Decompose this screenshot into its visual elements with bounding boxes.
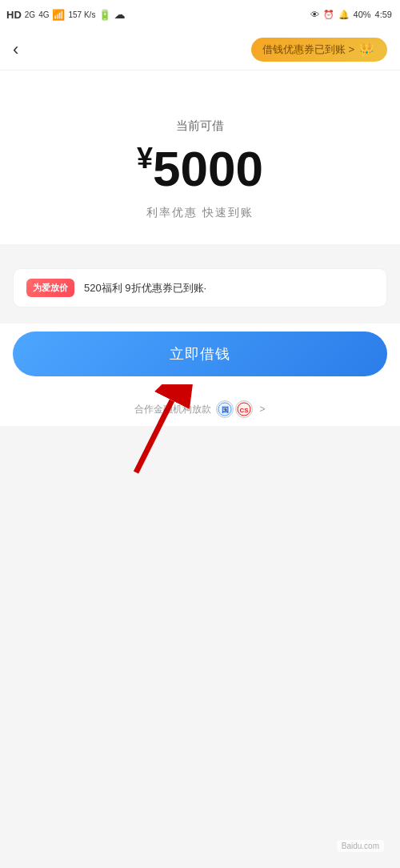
borrow-section: 立即借钱	[0, 323, 400, 389]
network-2g: 2G	[25, 10, 35, 19]
battery-icon: 🔋	[98, 9, 111, 21]
promo-tag: 为爱放价	[26, 279, 74, 297]
coupon-text: 借钱优惠券已到账 >	[262, 42, 354, 57]
partner-section: 合作金融机构放款 国 CS >	[0, 389, 400, 426]
partner-logos: 国 CS	[216, 400, 253, 418]
network-hd: HD	[6, 9, 22, 21]
network-4g: 4G	[38, 10, 49, 19]
crown-icon: 👑	[359, 42, 374, 57]
partner-logo-2: CS	[235, 400, 253, 418]
signal-icon: 📶	[52, 9, 65, 21]
status-left: HD 2G 4G 📶 157 K/s 🔋 ☁	[6, 9, 125, 21]
loan-amount: 5000	[153, 141, 263, 196]
partner-text: 合作金融机构放款	[134, 403, 211, 416]
cloud-icon: ☁	[114, 9, 125, 21]
svg-text:CS: CS	[240, 407, 250, 414]
status-bar: HD 2G 4G 📶 157 K/s 🔋 ☁ 👁 ⏰ 🔔 40% 4:59	[0, 0, 400, 29]
main-content: 当前可借 ¥5000 利率优惠 快速到账	[0, 70, 400, 244]
amount-description: 利率优惠 快速到账	[16, 206, 384, 220]
bell-icon: 🔔	[338, 10, 350, 20]
status-right: 👁 ⏰ 🔔 40% 4:59	[310, 10, 392, 20]
coupon-badge[interactable]: 借钱优惠券已到账 > 👑	[251, 38, 387, 62]
header: ‹ 借钱优惠券已到账 > 👑	[0, 29, 400, 70]
bottom-area	[0, 426, 400, 746]
eye-icon: 👁	[310, 10, 319, 19]
amount-label: 当前可借	[16, 119, 384, 134]
borrow-button[interactable]: 立即借钱	[13, 332, 387, 376]
svg-text:国: 国	[222, 406, 229, 414]
watermark: Baidu.com	[337, 840, 384, 852]
promo-section: 为爱放价 520福利 9折优惠券已到账·	[13, 268, 387, 307]
speed-text: 157 K/s	[68, 10, 95, 19]
partner-logo-1: 国	[216, 400, 234, 418]
time-display: 4:59	[375, 10, 392, 19]
amount-section: 当前可借 ¥5000 利率优惠 快速到账	[16, 102, 384, 228]
promo-text: 520福利 9折优惠券已到账·	[84, 281, 374, 295]
amount-value: ¥5000	[16, 142, 384, 196]
battery-percent: 40%	[354, 10, 371, 19]
currency-symbol: ¥	[137, 142, 153, 175]
partner-arrow[interactable]: >	[259, 404, 265, 415]
back-button[interactable]: ‹	[13, 39, 18, 60]
alarm-icon: ⏰	[323, 10, 334, 20]
